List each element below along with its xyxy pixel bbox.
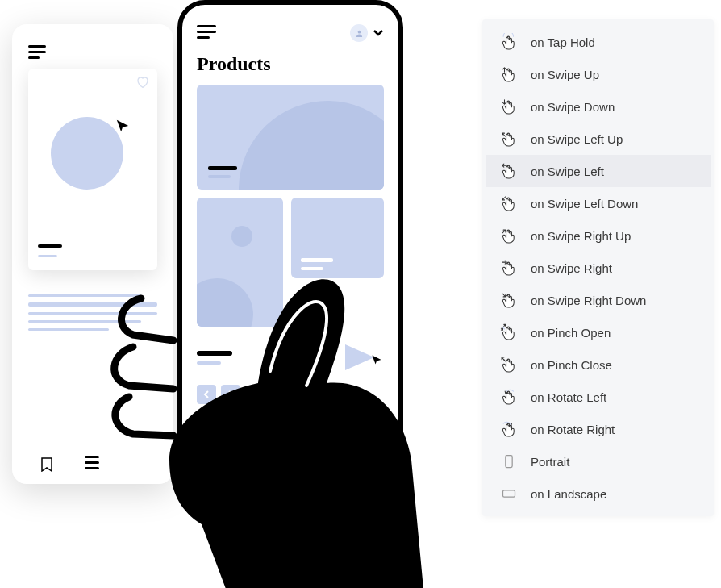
event-label: on Swipe Up	[531, 68, 696, 81]
caption-block	[197, 351, 331, 365]
svg-rect-3	[503, 490, 515, 497]
text-lines	[28, 294, 162, 331]
event-item-swipe-right-up[interactable]: on Swipe Right Up	[486, 219, 711, 252]
event-item-portrait[interactable]: Portrait	[486, 445, 711, 477]
placeholder-line	[301, 258, 333, 262]
event-label: Portrait	[531, 455, 696, 469]
cursor-icon	[371, 354, 382, 365]
list-icon[interactable]	[85, 456, 99, 473]
event-label: on Pinch Open	[531, 326, 696, 340]
event-item-landscape[interactable]: on Landscape	[486, 477, 711, 510]
event-item-rotate-right[interactable]: on Rotate Right	[486, 413, 711, 445]
event-label: on Swipe Right Down	[531, 294, 696, 307]
event-label: on Swipe Down	[531, 100, 696, 114]
event-item-swipe-left-up[interactable]: on Swipe Left Up	[486, 123, 711, 155]
event-item-tap-hold[interactable]: on Tap Hold	[486, 26, 711, 58]
event-label: on Landscape	[531, 487, 696, 501]
placeholder-line	[38, 255, 57, 257]
event-item-rotate-left[interactable]: on Rotate Left	[486, 381, 711, 413]
swipe-down-icon	[500, 98, 518, 115]
swipe-left-icon	[500, 162, 518, 180]
product-card	[28, 69, 157, 270]
graphic-shape	[225, 87, 384, 190]
event-label: on Rotate Left	[531, 390, 696, 404]
next-button[interactable]	[221, 385, 240, 404]
swipe-left-down-icon	[500, 194, 518, 212]
placeholder-line	[208, 166, 237, 170]
swipe-right-down-icon	[500, 291, 518, 309]
event-label: on Swipe Left Up	[531, 132, 696, 146]
event-item-swipe-up[interactable]: on Swipe Up	[486, 58, 711, 90]
graphic-shape	[197, 278, 253, 327]
phone-mockup-front: Products	[177, 0, 403, 508]
rotate-left-icon	[500, 388, 518, 406]
pinch-close-icon	[500, 356, 518, 373]
placeholder-line	[301, 267, 323, 270]
product-shape	[51, 117, 123, 190]
svg-point-0	[357, 30, 360, 33]
swipe-right-up-icon	[500, 227, 518, 244]
svg-rect-2	[506, 456, 512, 468]
event-item-swipe-right[interactable]: on Swipe Right	[486, 252, 711, 284]
grid-card[interactable]	[197, 198, 283, 327]
prev-button[interactable]	[197, 385, 216, 404]
svg-marker-1	[345, 344, 374, 370]
event-label: on Swipe Left Down	[531, 197, 696, 211]
phone-mockup-back	[12, 24, 173, 484]
placeholder-line	[208, 175, 231, 178]
event-label: on Swipe Right	[531, 261, 696, 275]
pinch-open-icon	[500, 323, 518, 341]
page-dots[interactable]	[197, 417, 384, 422]
chevron-down-icon[interactable]	[373, 29, 384, 37]
event-item-swipe-left[interactable]: on Swipe Left	[486, 155, 711, 187]
event-item-pinch-open[interactable]: on Pinch Open	[486, 316, 711, 348]
bookmark-icon[interactable]	[41, 457, 52, 472]
event-label: on Tap Hold	[531, 35, 696, 49]
menu-icon[interactable]	[197, 25, 216, 42]
cursor-icon	[115, 119, 130, 133]
portrait-icon	[500, 452, 518, 470]
placeholder-line	[38, 244, 62, 248]
landscape-icon	[500, 485, 518, 503]
avatar-icon[interactable]	[350, 24, 368, 42]
event-item-swipe-down[interactable]: on Swipe Down	[486, 90, 711, 123]
hero-card[interactable]	[197, 85, 384, 190]
event-label: on Pinch Close	[531, 358, 696, 372]
tap-hold-icon	[500, 33, 518, 51]
event-label: on Swipe Left	[531, 165, 696, 178]
swipe-up-icon	[500, 65, 518, 83]
events-panel: on Tap Hold on Swipe Up on Swipe Down on…	[482, 19, 714, 516]
event-label: on Rotate Right	[531, 423, 696, 436]
rotate-right-icon	[500, 420, 518, 438]
play-shape	[339, 341, 384, 373]
favorite-icon[interactable]	[136, 77, 149, 88]
swipe-left-up-icon	[500, 130, 518, 148]
menu-icon[interactable]	[28, 45, 162, 59]
graphic-shape	[231, 226, 252, 247]
event-item-pinch-close[interactable]: on Pinch Close	[486, 348, 711, 381]
event-label: on Swipe Right Up	[531, 229, 696, 243]
swipe-right-icon	[500, 259, 518, 277]
event-item-swipe-right-down[interactable]: on Swipe Right Down	[486, 284, 711, 316]
event-item-swipe-left-down[interactable]: on Swipe Left Down	[486, 187, 711, 219]
page-title: Products	[197, 53, 384, 75]
grid-card[interactable]	[291, 198, 384, 278]
